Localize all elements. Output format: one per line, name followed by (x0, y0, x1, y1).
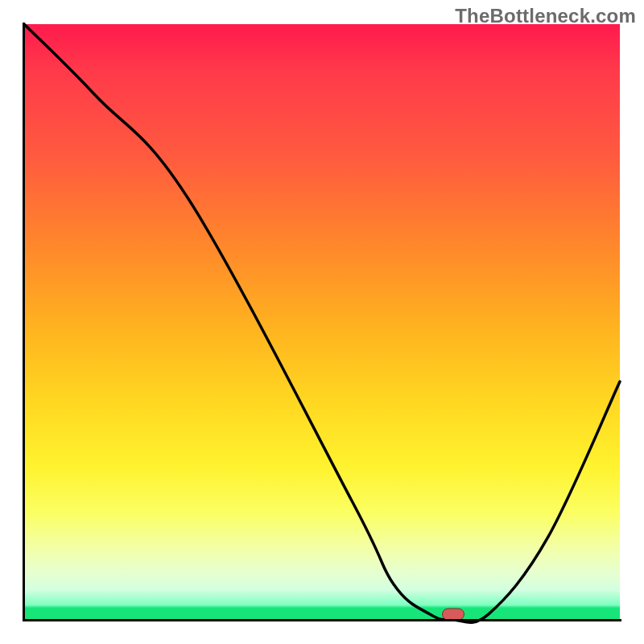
line-series (24, 24, 620, 620)
chart-stage: TheBottleneck.com (0, 0, 644, 644)
optimal-point-marker (442, 608, 464, 620)
watermark-text: TheBottleneck.com (455, 5, 636, 27)
y-axis (23, 23, 25, 621)
x-axis (23, 619, 621, 621)
bottleneck-curve-path (24, 24, 620, 622)
